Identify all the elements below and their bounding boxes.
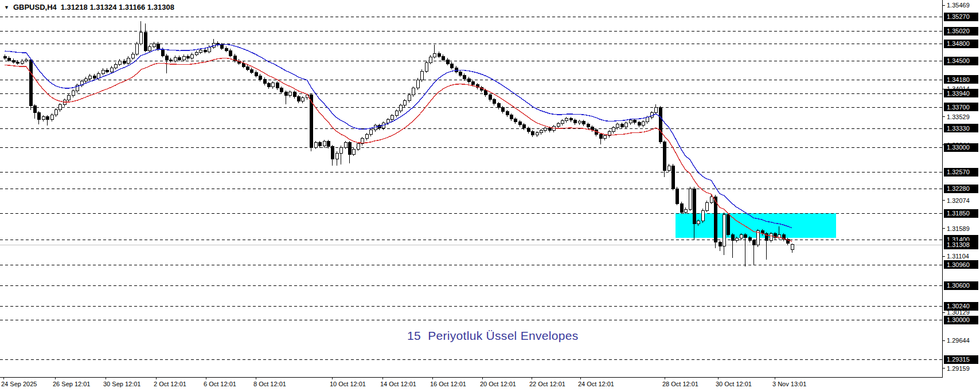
svg-text:10 Oct 12:01: 10 Oct 12:01: [330, 381, 366, 387]
svg-text:1.31850: 1.31850: [947, 210, 970, 217]
svg-text:1.33000: 1.33000: [947, 144, 970, 151]
svg-text:30 Sep 12:01: 30 Sep 12:01: [103, 381, 140, 387]
svg-text:22 Oct 12:01: 22 Oct 12:01: [529, 381, 565, 387]
svg-text:1.30960: 1.30960: [947, 261, 970, 268]
y-axis-labels: 1.354691.340141.335291.330441.320741.315…: [942, 2, 978, 372]
svg-text:14 Oct 12:01: 14 Oct 12:01: [380, 381, 416, 387]
svg-text:2 Oct 12:01: 2 Oct 12:01: [154, 381, 186, 387]
svg-text:1.31104: 1.31104: [947, 253, 969, 260]
svg-text:1.33700: 1.33700: [947, 104, 970, 111]
svg-text:1.29644: 1.29644: [947, 337, 970, 344]
svg-text:1.32570: 1.32570: [947, 168, 970, 175]
svg-text:3 Nov 13:01: 3 Nov 13:01: [772, 381, 806, 387]
svg-text:1.35270: 1.35270: [947, 13, 970, 20]
svg-text:1.32280: 1.32280: [947, 185, 970, 192]
svg-text:24 Oct 12:01: 24 Oct 12:01: [578, 381, 614, 387]
svg-text:1.34180: 1.34180: [947, 76, 970, 83]
mt4-chart-window: 1.354691.340141.335291.330441.320741.315…: [0, 0, 980, 392]
svg-text:16 Oct 12:01: 16 Oct 12:01: [430, 381, 466, 387]
symbol-period-label: GBPUSD,H4: [13, 3, 57, 11]
svg-text:28 Oct 12:01: 28 Oct 12:01: [662, 381, 698, 387]
svg-text:1.30240: 1.30240: [947, 303, 970, 309]
svg-text:1.31589: 1.31589: [947, 225, 970, 232]
svg-text:26 Sep 12:01: 26 Sep 12:01: [53, 381, 90, 387]
svg-text:1.33940: 1.33940: [947, 90, 970, 97]
svg-text:1.33529: 1.33529: [947, 113, 970, 120]
svg-text:1.34800: 1.34800: [947, 40, 970, 47]
svg-text:1.30000: 1.30000: [947, 316, 970, 323]
svg-text:1.33330: 1.33330: [947, 125, 970, 132]
svg-text:8 Oct 12:01: 8 Oct 12:01: [253, 381, 286, 387]
chart-title: ▼ GBPUSD,H4 1.31218 1.31324 1.31166 1.31…: [4, 3, 174, 11]
chart-annotation-label: 15 Periyotluk Üssel Envelopes: [407, 329, 578, 343]
svg-text:1.32074: 1.32074: [947, 197, 970, 204]
svg-text:1.35469: 1.35469: [947, 2, 970, 9]
highlight-rectangle[interactable]: [676, 213, 836, 237]
svg-text:24 Sep 2025: 24 Sep 2025: [1, 381, 37, 387]
symbol-dropdown-icon[interactable]: ▼: [4, 5, 9, 10]
svg-text:1.35020: 1.35020: [947, 28, 970, 34]
svg-text:1.29159: 1.29159: [947, 365, 970, 372]
ohlc-values: 1.31218 1.31324 1.31166 1.31308: [61, 3, 174, 11]
svg-text:1.30600: 1.30600: [947, 282, 970, 289]
svg-text:6 Oct 12:01: 6 Oct 12:01: [204, 381, 236, 387]
svg-text:20 Oct 12:01: 20 Oct 12:01: [480, 381, 516, 387]
svg-text:1.34500: 1.34500: [947, 57, 970, 64]
svg-text:30 Oct 12:01: 30 Oct 12:01: [716, 381, 752, 387]
svg-text:1.29315: 1.29315: [947, 356, 970, 363]
svg-text:1.31308: 1.31308: [947, 241, 970, 248]
